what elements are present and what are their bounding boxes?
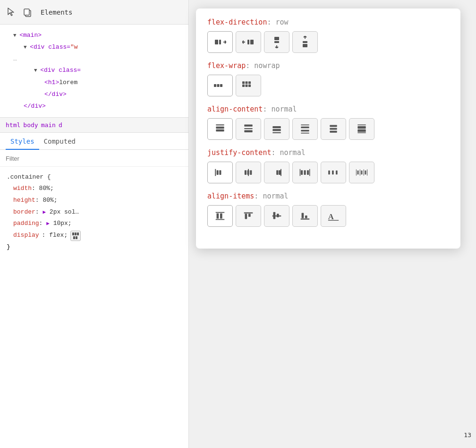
filter-bar[interactable] (0, 150, 188, 167)
flex-wrap-nowrap[interactable] (207, 75, 233, 96)
svg-rect-25 (242, 85, 245, 87)
breadcrumb: html body main d (0, 117, 188, 133)
svg-rect-67 (357, 171, 359, 175)
svg-rect-19 (214, 84, 216, 87)
svg-rect-27 (248, 85, 251, 87)
svg-rect-63 (328, 171, 330, 175)
align-items-section: align-items: normal (207, 192, 449, 227)
align-content-buttons (207, 118, 449, 140)
tree-dots: … (0, 53, 188, 64)
css-width: width: 80%; (7, 183, 182, 195)
svg-rect-57 (279, 170, 280, 175)
justify-end[interactable] (264, 162, 289, 183)
svg-rect-7 (215, 40, 218, 44)
html-tree: ▼ <main> ▼ <div class="w … ▼ <div class=… (0, 25, 188, 117)
tree-main[interactable]: ▼ <main> (0, 29, 188, 41)
align-content-space-between[interactable] (292, 118, 318, 140)
svg-rect-22 (242, 81, 245, 84)
align-items-buttons: A (207, 205, 449, 227)
breadcrumb-html[interactable]: html (6, 121, 20, 129)
tab-styles[interactable]: Styles (6, 133, 39, 150)
svg-rect-17 (303, 41, 307, 43)
justify-space-between[interactable] (292, 162, 318, 183)
breadcrumb-d[interactable]: d (59, 121, 62, 129)
css-height: height: 80%; (7, 195, 182, 207)
justify-content-section: justify-content: normal (207, 148, 449, 183)
svg-rect-59 (301, 170, 303, 175)
svg-rect-20 (217, 84, 220, 87)
align-content-space-around[interactable] (321, 118, 346, 140)
flex-dir-row[interactable] (207, 31, 233, 53)
breadcrumb-main[interactable]: main (41, 121, 56, 129)
tree-h1[interactable]: <h1>lorem (0, 77, 188, 88)
align-content-end[interactable] (264, 118, 289, 140)
align-content-center[interactable] (236, 118, 261, 140)
breadcrumb-body[interactable]: body (23, 121, 38, 129)
svg-rect-30 (216, 129, 224, 131)
tree-div-close-1[interactable]: </div> (0, 88, 188, 100)
justify-space-evenly[interactable] (349, 162, 374, 183)
tab-computed[interactable]: Computed (39, 133, 80, 150)
align-items-center[interactable] (264, 205, 289, 227)
svg-rect-14 (274, 41, 279, 43)
flex-direction-section: flex-direction: row (207, 18, 449, 53)
justify-center[interactable] (236, 162, 261, 183)
elements-tab[interactable]: Elements (37, 7, 76, 18)
css-padding: padding: ▶ 10px; (7, 218, 182, 230)
svg-rect-81 (273, 212, 276, 219)
toolbar: Elements (0, 0, 188, 25)
svg-rect-64 (332, 171, 334, 175)
svg-rect-33 (244, 130, 252, 132)
flex-dir-row-reverse[interactable] (236, 31, 261, 53)
svg-rect-1 (24, 9, 29, 15)
svg-rect-31 (244, 124, 252, 126)
align-items-stretch[interactable] (207, 205, 233, 227)
svg-rect-21 (220, 84, 222, 87)
svg-rect-26 (246, 85, 248, 87)
svg-rect-16 (303, 44, 307, 47)
css-border: border: ▶ 2px sol… (7, 207, 182, 218)
svg-rect-50 (219, 170, 221, 175)
svg-rect-52 (245, 170, 246, 175)
svg-rect-46 (357, 129, 366, 132)
flex-wrap-section: flex-wrap: nowrap (207, 61, 449, 96)
copy-icon[interactable] (21, 6, 34, 19)
svg-rect-65 (336, 171, 338, 175)
align-content-stretch[interactable] (349, 118, 374, 140)
svg-rect-69 (361, 171, 363, 175)
svg-rect-79 (248, 214, 251, 217)
svg-rect-60 (304, 170, 306, 175)
svg-rect-49 (217, 170, 219, 175)
tree-div-1[interactable]: ▼ <div class="w (0, 41, 188, 53)
svg-rect-56 (276, 170, 278, 175)
cursor-icon[interactable] (5, 6, 18, 19)
css-display: display: flex; (7, 230, 182, 241)
align-items-baseline[interactable]: A (321, 205, 346, 227)
align-content-section: align-content: normal (207, 105, 449, 140)
align-items-label: align-items: normal (207, 192, 449, 200)
flex-dir-column-reverse[interactable] (292, 31, 318, 53)
flex-wrap-buttons (207, 75, 449, 96)
svg-rect-45 (357, 126, 366, 129)
align-content-label: align-content: normal (207, 105, 449, 113)
tree-div-close-2[interactable]: </div> (0, 100, 188, 112)
justify-start[interactable] (207, 162, 233, 183)
align-items-end[interactable] (292, 205, 318, 227)
flex-wrap-wrap[interactable] (236, 75, 261, 96)
flex-icon-inline[interactable] (70, 231, 81, 241)
justify-content-buttons (207, 162, 449, 183)
svg-rect-43 (330, 131, 337, 133)
svg-rect-23 (246, 81, 248, 84)
filter-input[interactable] (6, 155, 183, 162)
align-content-start[interactable] (207, 118, 233, 140)
flexbox-editor: flex-direction: row (196, 9, 460, 249)
css-rules: .container { width: 80%; height: 80%; bo… (0, 167, 188, 258)
svg-rect-39 (301, 130, 309, 131)
align-items-start[interactable] (236, 205, 261, 227)
tree-div-2[interactable]: ▼ <div class= (0, 64, 188, 76)
flex-dir-column[interactable] (264, 31, 289, 53)
svg-rect-53 (247, 170, 249, 175)
justify-space-around[interactable] (321, 162, 346, 183)
svg-rect-5 (73, 236, 75, 239)
svg-rect-11 (247, 40, 249, 44)
